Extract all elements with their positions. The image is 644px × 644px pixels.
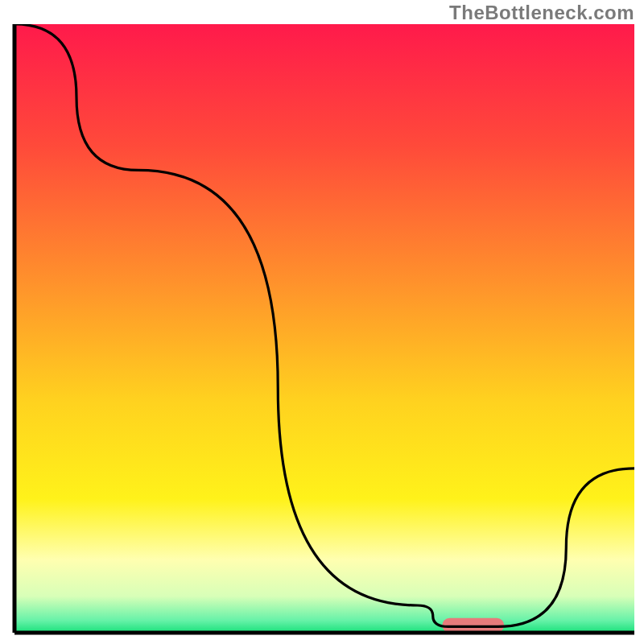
gradient-background (14, 24, 634, 633)
watermark-text: TheBottleneck.com (449, 2, 634, 24)
chart-canvas (0, 0, 644, 644)
bottleneck-chart: TheBottleneck.com (0, 0, 644, 644)
